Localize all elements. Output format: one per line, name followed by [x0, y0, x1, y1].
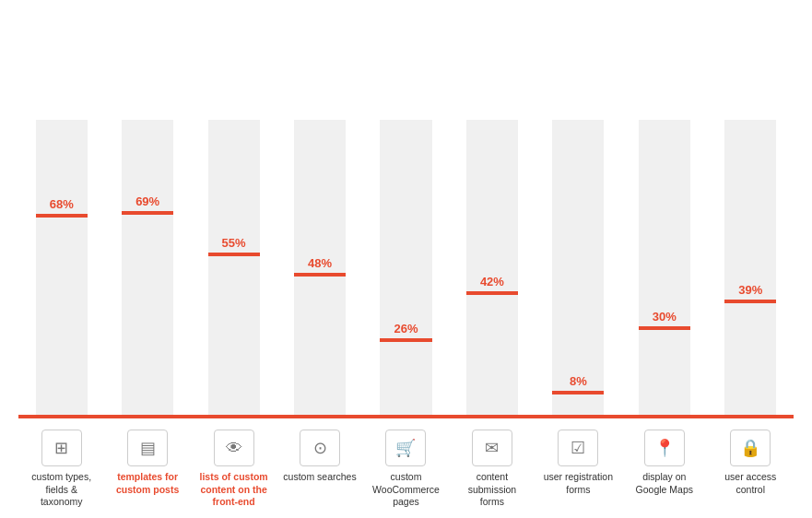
bar-group-content-submission: 42% — [449, 18, 535, 415]
bar-label-templates-custom-posts: 69% — [135, 194, 159, 208]
icon-user-access: 🔒 — [730, 430, 771, 466]
icon-custom-searches: ⊙ — [300, 430, 340, 466]
bar-wrapper-lists-custom-content: 55% — [208, 18, 260, 415]
icon-label-lists-custom-content: lists of custom content on the front-end — [197, 471, 271, 509]
bar-fill-lists-custom-content: 55% — [208, 253, 260, 415]
icon-content-submission: ✉ — [472, 430, 512, 466]
bar-fill-custom-types: 68% — [36, 214, 88, 415]
bar-fill-content-submission: 42% — [466, 291, 518, 415]
icons-area: ⊞custom types, fields & taxonomy▤templat… — [18, 418, 794, 509]
icon-label-templates-custom-posts: templates for custom posts — [111, 471, 184, 496]
bar-label-user-registration: 8% — [570, 374, 587, 388]
bar-group-custom-types: 68% — [18, 18, 104, 415]
icon-group-user-access: 🔒user access control — [708, 430, 794, 496]
icon-label-google-maps: display on Google Maps — [628, 471, 701, 496]
icon-group-templates-custom-posts: ▤templates for custom posts — [104, 430, 190, 496]
bar-wrapper-google-maps: 30% — [639, 18, 690, 415]
bar-wrapper-custom-types: 68% — [36, 18, 88, 415]
icon-group-custom-searches: ⊙custom searches — [277, 430, 362, 484]
bar-label-google-maps: 30% — [653, 310, 677, 324]
bar-fill-user-registration: 8% — [552, 391, 604, 415]
icon-group-woocommerce: 🛒custom WooCommerce pages — [363, 430, 449, 509]
icon-group-lists-custom-content: 👁lists of custom content on the front-en… — [191, 430, 277, 509]
bar-wrapper-user-registration: 8% — [552, 18, 604, 415]
icon-label-user-access: user access control — [713, 471, 787, 496]
icon-label-custom-searches: custom searches — [283, 471, 356, 484]
icon-custom-types: ⊞ — [41, 430, 82, 466]
bar-label-custom-searches: 48% — [308, 256, 332, 270]
bar-label-content-submission: 42% — [480, 275, 504, 288]
icon-google-maps: 📍 — [644, 430, 685, 466]
icon-group-content-submission: ✉content submission forms — [449, 430, 535, 509]
bar-label-user-access: 39% — [738, 283, 762, 297]
bar-fill-custom-searches: 48% — [294, 273, 346, 415]
chart-container: 68%69%55%48%26%42%8%30%39% ⊞custom types… — [0, 0, 812, 518]
bar-group-custom-searches: 48% — [277, 18, 362, 415]
bars-area: 68%69%55%48%26%42%8%30%39% — [18, 18, 794, 415]
bar-label-custom-types: 68% — [50, 197, 74, 211]
icon-label-content-submission: content submission forms — [455, 471, 529, 509]
icon-user-registration: ☑ — [558, 430, 598, 466]
icon-group-custom-types: ⊞custom types, fields & taxonomy — [18, 430, 104, 509]
icon-group-user-registration: ☑user registration forms — [535, 430, 621, 496]
bar-group-user-registration: 8% — [535, 18, 621, 415]
icon-label-user-registration: user registration forms — [541, 471, 615, 496]
bar-fill-templates-custom-posts: 69% — [122, 211, 173, 415]
bar-fill-user-access: 39% — [724, 300, 776, 415]
icon-group-google-maps: 📍display on Google Maps — [621, 430, 707, 496]
bar-group-google-maps: 30% — [621, 18, 707, 415]
icon-lists-custom-content: 👁 — [214, 430, 254, 466]
bar-group-templates-custom-posts: 69% — [104, 18, 190, 415]
bar-fill-woocommerce: 26% — [380, 338, 431, 415]
bar-label-woocommerce: 26% — [394, 322, 418, 336]
icon-templates-custom-posts: ▤ — [127, 430, 168, 466]
bar-wrapper-user-access: 39% — [724, 18, 776, 415]
bar-fill-google-maps: 30% — [639, 326, 690, 415]
bar-wrapper-woocommerce: 26% — [380, 18, 431, 415]
bar-group-user-access: 39% — [708, 18, 794, 415]
bar-group-woocommerce: 26% — [363, 18, 449, 415]
icon-label-custom-types: custom types, fields & taxonomy — [25, 471, 99, 509]
icon-woocommerce: 🛒 — [385, 430, 426, 466]
icon-label-woocommerce: custom WooCommerce pages — [369, 471, 442, 509]
bar-label-lists-custom-content: 55% — [222, 236, 246, 250]
bar-wrapper-templates-custom-posts: 69% — [122, 18, 173, 415]
bar-group-lists-custom-content: 55% — [191, 18, 277, 415]
bar-wrapper-custom-searches: 48% — [294, 18, 346, 415]
bar-wrapper-content-submission: 42% — [466, 18, 518, 415]
